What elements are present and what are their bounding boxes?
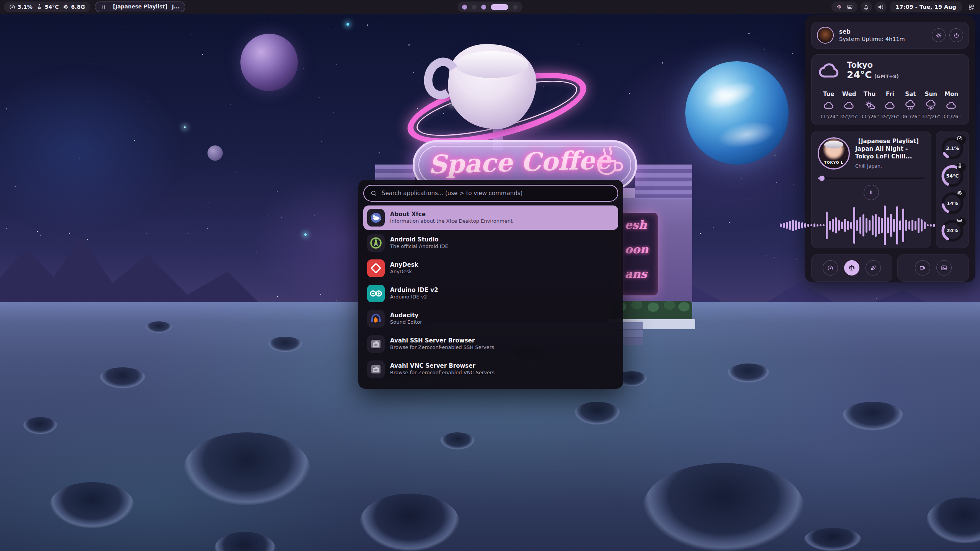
workspace-dot-5[interactable] — [513, 5, 518, 10]
workspace-dot-1[interactable] — [462, 5, 467, 10]
app-row-anydesk[interactable]: AnyDesk AnyDesk — [363, 256, 618, 280]
power-button[interactable] — [949, 28, 963, 42]
viz-bar — [847, 221, 849, 230]
now-playing-pill[interactable]: 【Japanese Playlist】 J... — [95, 2, 185, 12]
top-bar: 3.1% 54°C 6.8G 【Japanese Playlist】 J... … — [0, 0, 980, 14]
app-name: Avahi VNC Server Browser — [390, 362, 495, 370]
system-tray[interactable] — [831, 2, 858, 12]
forecast-day-label: Sun — [925, 91, 937, 98]
play-pause-button[interactable] — [864, 185, 879, 200]
video-quick-button[interactable] — [915, 260, 930, 276]
viz-bar — [780, 223, 782, 227]
app-description: Browse for Zeroconf-enabled VNC Servers — [390, 370, 495, 376]
scales-quick-button[interactable] — [844, 260, 859, 276]
track-title: 【Japanese Playlist】 Japan All Night - To… — [855, 137, 924, 161]
sun-cloud-icon — [864, 100, 875, 111]
app-description: Arduino IDE v2 — [390, 294, 438, 300]
workspace-dot-4[interactable] — [491, 4, 508, 10]
gauge-thermometer: 54°C — [941, 164, 964, 188]
search-bar[interactable] — [363, 185, 618, 202]
track-artist: Chill Japan. — [855, 163, 924, 169]
viz-bar — [905, 220, 907, 231]
memory-usage: 6.8G — [63, 4, 85, 10]
system-gauges-card: 3.1% 54°C 14% 24% — [936, 131, 969, 248]
thermometer-icon — [36, 4, 42, 10]
app-row-about-xfce[interactable]: About Xfce Information about the Xfce De… — [363, 205, 618, 230]
chip-icon — [63, 4, 69, 10]
app-name: Avahi SSH Server Browser — [390, 337, 494, 344]
chip-icon — [957, 190, 966, 199]
clock[interactable]: 17:09 - Tue, 19 Aug — [890, 2, 962, 12]
viz-bar — [933, 224, 935, 227]
viz-bar — [878, 217, 880, 234]
forecast-day-sun: Sun 33°/26° — [921, 91, 941, 119]
power-icon — [953, 32, 960, 39]
viz-bar — [826, 212, 828, 239]
gauge-disk: 24% — [941, 219, 964, 243]
viz-bar — [850, 222, 852, 229]
overview-button[interactable] — [965, 2, 977, 12]
viz-bar — [875, 214, 877, 237]
forecast-day-wed: Wed 35°/25° — [839, 91, 859, 119]
viz-bar — [829, 221, 831, 230]
forecast-day-mon: Mon 33°/26° — [941, 91, 962, 119]
media-player-card: TOKYO L 【Japanese Playlist】 Japan All Ni… — [811, 131, 931, 248]
viz-bar — [869, 220, 871, 231]
progress-bar[interactable] — [818, 176, 924, 181]
viz-bar — [859, 217, 861, 234]
album-art: TOKYO L — [818, 137, 850, 170]
forecast-temps: 33°/26° — [942, 114, 961, 119]
app-row-android-studio[interactable]: Android Studio The official Android IDE — [363, 231, 618, 255]
app-description: AnyDesk — [390, 269, 418, 275]
cloud-icon — [946, 100, 957, 111]
app-row-avahi-ssh-server-browser[interactable]: Avahi SSH Server Browser Browse for Zero… — [363, 332, 618, 356]
viz-bar — [853, 207, 855, 244]
gauge-quick-button[interactable] — [823, 260, 838, 276]
forecast-day-label: Thu — [864, 91, 876, 98]
app-list: About Xfce Information about the Xfce De… — [363, 205, 618, 381]
viz-bar — [856, 220, 858, 231]
forecast-day-label: Mon — [944, 91, 958, 98]
grid-icon — [968, 4, 975, 10]
app-row-arduino-ide-v2[interactable]: Arduino IDE v2 Arduino IDE v2 — [363, 281, 618, 306]
cloud-icon — [823, 100, 834, 111]
usb-icon — [836, 4, 842, 10]
viz-bar — [921, 219, 923, 231]
gear-icon — [936, 32, 942, 39]
viz-bar — [862, 214, 864, 236]
gauge-icon — [9, 4, 15, 10]
viz-bar — [908, 221, 910, 230]
workspace-dot-2[interactable] — [472, 5, 477, 10]
viz-bar — [924, 222, 926, 229]
settings-button[interactable] — [932, 28, 946, 42]
viz-bar — [804, 223, 806, 228]
viz-bar — [789, 221, 791, 230]
forecast-day-fri: Fri 35°/26° — [880, 91, 900, 119]
display-icon — [847, 4, 853, 10]
rain-icon — [905, 100, 916, 111]
app-description: Sound Editor — [390, 319, 422, 326]
search-input[interactable] — [381, 189, 611, 197]
viz-bar — [832, 219, 834, 232]
gauge-chip: 14% — [941, 191, 964, 215]
cpu-usage: 3.1% — [9, 4, 33, 10]
search-icon — [370, 190, 377, 197]
app-row-avahi-vnc-server-browser[interactable]: Avahi VNC Server Browser Browse for Zero… — [363, 357, 618, 381]
workspace-dot-3[interactable] — [481, 5, 486, 10]
forecast-day-label: Tue — [823, 91, 834, 98]
notifications-button[interactable] — [861, 2, 872, 12]
viz-bar — [823, 224, 825, 226]
system-stats-pill[interactable]: 3.1% 54°C 6.8G — [4, 2, 90, 12]
image-quick-button[interactable] — [936, 260, 952, 276]
forecast-day-label: Sat — [905, 91, 916, 98]
leaf-quick-button[interactable] — [866, 260, 881, 276]
viz-bar — [792, 220, 794, 231]
viz-bar — [817, 224, 818, 227]
viz-bar — [807, 224, 809, 227]
forecast-temps: 33°/26° — [860, 114, 879, 119]
app-row-audacity[interactable]: Audacity Sound Editor — [363, 306, 618, 331]
weather-timezone: (GMT+9) — [874, 73, 899, 79]
avahi-app-icon — [367, 335, 385, 353]
viz-bar — [890, 214, 892, 237]
volume-button[interactable] — [875, 2, 887, 12]
